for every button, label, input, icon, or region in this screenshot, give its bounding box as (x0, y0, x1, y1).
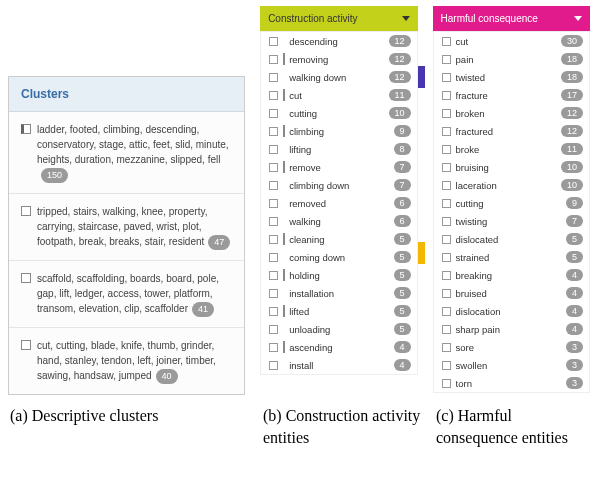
checkbox[interactable] (269, 199, 278, 208)
construction-dropdown[interactable]: Construction activity (260, 6, 417, 31)
cluster-item[interactable]: scaffold, scaffolding, boards, board, po… (9, 261, 244, 328)
entity-row[interactable]: lifted5 (261, 302, 416, 320)
color-bar (283, 323, 285, 335)
checkbox[interactable] (442, 181, 451, 190)
entity-row[interactable]: twisted18 (434, 68, 589, 86)
entity-row[interactable]: cleaning5 (261, 230, 416, 248)
checkbox[interactable] (269, 253, 278, 262)
cluster-item[interactable]: cut, cutting, blade, knife, thumb, grind… (9, 328, 244, 394)
entity-row[interactable]: dislocation4 (434, 302, 589, 320)
checkbox[interactable] (21, 340, 31, 350)
checkbox[interactable] (442, 235, 451, 244)
checkbox[interactable] (269, 271, 278, 280)
checkbox[interactable] (269, 145, 278, 154)
checkbox[interactable] (442, 199, 451, 208)
checkbox[interactable] (269, 163, 278, 172)
entity-row[interactable]: descending12 (261, 32, 416, 50)
checkbox[interactable] (269, 181, 278, 190)
cluster-item[interactable]: tripped, stairs, walking, knee, property… (9, 194, 244, 261)
entity-row[interactable]: cutting9 (434, 194, 589, 212)
entity-row[interactable]: bruised4 (434, 284, 589, 302)
entity-row[interactable]: fracture17 (434, 86, 589, 104)
entity-row[interactable]: swollen3 (434, 356, 589, 374)
checkbox[interactable] (269, 235, 278, 244)
checkbox[interactable] (442, 91, 451, 100)
entity-row[interactable]: climbing down7 (261, 176, 416, 194)
entity-row[interactable]: installation5 (261, 284, 416, 302)
entity-label: climbing down (289, 180, 389, 191)
count-badge: 150 (41, 168, 68, 184)
checkbox[interactable] (442, 109, 451, 118)
checkbox[interactable] (442, 37, 451, 46)
checkbox[interactable] (442, 343, 451, 352)
entity-row[interactable]: coming down5 (261, 248, 416, 266)
checkbox[interactable] (21, 273, 31, 283)
entity-row[interactable]: sore3 (434, 338, 589, 356)
checkbox[interactable] (442, 55, 451, 64)
entity-label: swollen (456, 360, 562, 371)
entity-row[interactable]: walking6 (261, 212, 416, 230)
entity-row[interactable]: ascending4 (261, 338, 416, 356)
entity-row[interactable]: holding5 (261, 266, 416, 284)
entity-row[interactable]: climbing9 (261, 122, 416, 140)
checkbox[interactable] (269, 361, 278, 370)
checkbox[interactable] (269, 55, 278, 64)
checkbox[interactable] (442, 271, 451, 280)
checkbox[interactable] (442, 289, 451, 298)
harmful-dropdown[interactable]: Harmful consequence (433, 6, 590, 31)
checkbox[interactable] (269, 289, 278, 298)
count-badge: 9 (566, 197, 583, 209)
checkbox[interactable] (21, 124, 31, 134)
count-badge: 47 (208, 235, 230, 251)
checkbox[interactable] (442, 307, 451, 316)
entity-row[interactable]: walking down12 (261, 68, 416, 86)
entity-row[interactable]: dislocated5 (434, 230, 589, 248)
checkbox[interactable] (269, 343, 278, 352)
entity-row[interactable]: sharp pain4 (434, 320, 589, 338)
entity-row[interactable]: install4 (261, 356, 416, 374)
checkbox[interactable] (442, 361, 451, 370)
entity-row[interactable]: pain18 (434, 50, 589, 68)
checkbox[interactable] (442, 73, 451, 82)
checkbox[interactable] (269, 307, 278, 316)
entity-row[interactable]: cut11 (261, 86, 416, 104)
checkbox[interactable] (442, 127, 451, 136)
checkbox[interactable] (442, 379, 451, 388)
entity-row[interactable]: removing12 (261, 50, 416, 68)
count-badge: 4 (566, 305, 583, 317)
entity-row[interactable]: cut30 (434, 32, 589, 50)
cluster-item[interactable]: ladder, footed, climbing, descending, co… (9, 112, 244, 194)
entity-row[interactable]: fractured12 (434, 122, 589, 140)
entity-row[interactable]: remove7 (261, 158, 416, 176)
checkbox[interactable] (269, 91, 278, 100)
entity-row[interactable]: broke11 (434, 140, 589, 158)
entity-row[interactable]: lifting8 (261, 140, 416, 158)
checkbox[interactable] (21, 206, 31, 216)
checkbox[interactable] (442, 325, 451, 334)
entity-label: cut (289, 90, 384, 101)
checkbox[interactable] (442, 253, 451, 262)
entity-row[interactable]: removed6 (261, 194, 416, 212)
checkbox[interactable] (269, 73, 278, 82)
entity-row[interactable]: torn3 (434, 374, 589, 392)
entity-row[interactable]: broken12 (434, 104, 589, 122)
count-badge: 12 (389, 53, 411, 65)
entity-row[interactable]: cutting10 (261, 104, 416, 122)
checkbox[interactable] (269, 325, 278, 334)
entity-row[interactable]: twisting7 (434, 212, 589, 230)
entity-row[interactable]: breaking4 (434, 266, 589, 284)
entity-row[interactable]: bruising10 (434, 158, 589, 176)
entity-row[interactable]: unloading5 (261, 320, 416, 338)
checkbox[interactable] (269, 127, 278, 136)
entity-label: remove (289, 162, 389, 173)
checkbox[interactable] (442, 145, 451, 154)
entity-label: laceration (456, 180, 557, 191)
checkbox[interactable] (442, 163, 451, 172)
checkbox[interactable] (269, 217, 278, 226)
entity-row[interactable]: laceration10 (434, 176, 589, 194)
entity-label: removing (289, 54, 384, 65)
checkbox[interactable] (269, 109, 278, 118)
entity-row[interactable]: strained5 (434, 248, 589, 266)
checkbox[interactable] (269, 37, 278, 46)
checkbox[interactable] (442, 217, 451, 226)
